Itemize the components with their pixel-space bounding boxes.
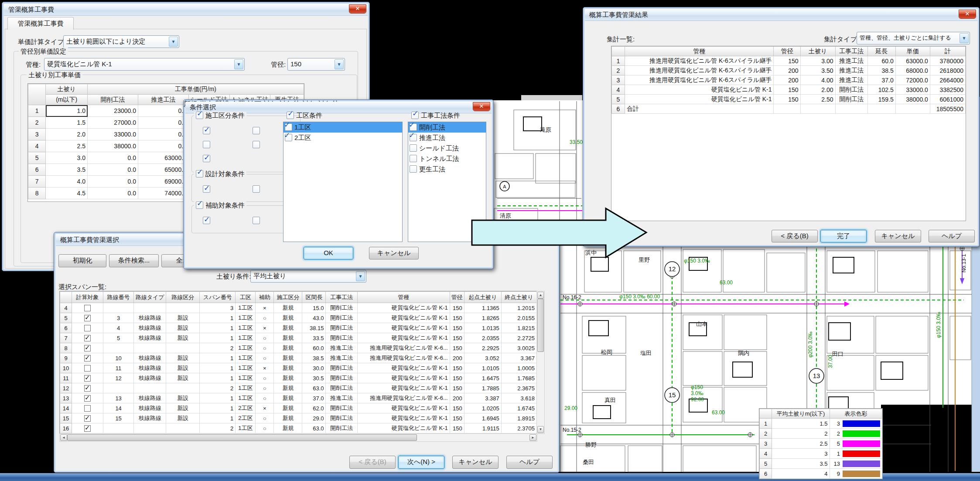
cell[interactable]: 新規 (274, 383, 302, 393)
cell[interactable]: 68000.0 (895, 66, 930, 75)
cell[interactable]: 3.052 (464, 353, 501, 363)
cell[interactable]: 推進工法 (326, 343, 357, 353)
cell[interactable]: 6061000 (930, 95, 965, 104)
cell[interactable]: 2.5 (46, 140, 88, 152)
column-header[interactable]: 路線番号 (103, 292, 134, 303)
cell[interactable] (103, 303, 134, 313)
calc-target-checkbox[interactable] (84, 365, 91, 372)
cell[interactable]: 開削工法 (326, 383, 357, 393)
cell[interactable]: 硬質塩化ビニル管 K-1 (625, 85, 774, 95)
calc-target-checkbox[interactable] (84, 335, 91, 341)
cell[interactable]: 12 (103, 373, 134, 383)
cell[interactable]: 2 (760, 429, 772, 439)
column-header[interactable] (60, 292, 72, 303)
method-group-checkbox[interactable] (411, 112, 419, 119)
cell[interactable]: 4 (772, 469, 830, 479)
cell[interactable] (134, 303, 166, 313)
cell[interactable]: 65000.0 (138, 164, 188, 176)
cell[interactable] (72, 363, 103, 373)
cell[interactable]: ○ (256, 333, 274, 343)
column-header[interactable]: 補助 (256, 292, 274, 303)
cell[interactable] (72, 383, 103, 393)
cell[interactable]: 硬質塩化ビニル管 K-1 (357, 403, 450, 413)
cell[interactable] (134, 343, 166, 353)
cell[interactable]: 1 (200, 323, 236, 333)
cell[interactable]: ○ (256, 383, 274, 393)
cell[interactable]: 33000.0 (88, 129, 138, 140)
cell[interactable]: 18505500 (930, 104, 965, 114)
cell[interactable]: 1.9115 (464, 423, 501, 433)
cell[interactable]: 2.5 (772, 439, 830, 449)
cell[interactable]: 3 (830, 419, 882, 429)
cell[interactable]: 30.0 (302, 363, 326, 373)
column-header[interactable]: 土被り (800, 47, 835, 56)
cell[interactable]: 新規 (274, 353, 302, 363)
back-button[interactable]: < 戻る(B) (772, 230, 818, 242)
column-header[interactable]: 管種 (357, 292, 450, 303)
cell[interactable]: 2 (772, 429, 830, 439)
calc-target-checkbox[interactable] (84, 315, 91, 321)
cell[interactable]: 新設 (166, 393, 200, 403)
cell[interactable]: 13 (60, 393, 72, 403)
cell[interactable] (72, 353, 103, 363)
cell[interactable]: 38000.0 (88, 140, 138, 152)
cell[interactable] (166, 383, 200, 393)
cell[interactable]: 6 (28, 164, 46, 176)
cell[interactable]: 2.50 (800, 95, 835, 104)
method-listbox[interactable]: 開削工法推進工法シールド工法トンネル工法更生工法 (408, 122, 486, 242)
cell[interactable]: 開削工法 (326, 423, 357, 433)
method-list-item[interactable]: 推進工法 (408, 133, 486, 143)
cell[interactable]: 2 (200, 383, 236, 393)
cell[interactable]: 新規 (274, 343, 302, 353)
cell[interactable]: ○ (256, 353, 274, 363)
cell[interactable]: 4 (60, 303, 72, 313)
cell[interactable]: 硬質塩化ビニル管 K-1 (357, 413, 450, 423)
cell[interactable]: 1工区 (236, 343, 256, 353)
subsidy-group-checkbox[interactable] (196, 201, 203, 209)
item-checkbox[interactable] (410, 155, 417, 162)
cell[interactable]: 5 (28, 152, 46, 164)
cell[interactable]: 5 (103, 333, 134, 343)
cell[interactable]: 枝線路線 (134, 313, 166, 323)
cell[interactable]: 2 (200, 343, 236, 353)
checkbox-remove[interactable] (253, 127, 260, 134)
cell[interactable] (134, 383, 166, 393)
checkbox-keep[interactable] (253, 141, 260, 148)
column-header[interactable]: 管種 (625, 47, 774, 56)
column-header[interactable]: スパン番号 (200, 292, 236, 303)
cell[interactable]: 102.5 (867, 85, 895, 95)
cell[interactable]: 2 (28, 117, 46, 129)
cell[interactable] (774, 104, 800, 114)
item-checkbox[interactable] (410, 134, 417, 141)
cell[interactable] (72, 303, 103, 313)
item-checkbox[interactable] (285, 123, 292, 131)
cell[interactable]: 150 (450, 373, 464, 383)
table-row[interactable]: 821工区○新規60.0推進工法推進用硬質塩化ビニル管 K-6...1502.2… (60, 343, 537, 353)
table-row[interactable]: 6合計18505500 (612, 104, 966, 114)
cell[interactable] (72, 403, 103, 413)
cell[interactable]: 60.0 (302, 343, 326, 353)
cell[interactable]: 3.00 (800, 56, 835, 66)
cell[interactable]: 150 (450, 303, 464, 313)
legend-row[interactable]: 11.53 (760, 419, 882, 429)
cell[interactable]: 推進工法 (835, 66, 867, 75)
cell[interactable]: 0.0 (138, 140, 188, 152)
cell[interactable]: 硬質塩化ビニル管 K-1 (357, 313, 450, 323)
cell[interactable]: 29.0 (302, 413, 326, 423)
cell[interactable]: 推進用硬質塩化ビニル管 K-6... (357, 393, 450, 403)
cell[interactable]: 15.0 (302, 303, 326, 313)
cell[interactable]: 推進工法 (835, 56, 867, 66)
cell[interactable]: 3.5 (772, 459, 830, 469)
cell[interactable]: 新設 (166, 413, 200, 423)
calc-target-checkbox[interactable] (84, 355, 91, 362)
cell[interactable]: 新設 (166, 353, 200, 363)
cell[interactable]: 1.5 (46, 117, 88, 129)
cell[interactable]: 1.2015 (501, 303, 536, 313)
table-row[interactable]: 1112枝線路線新設11工区○新規30.5開削工法硬質塩化ビニル管 K-1150… (60, 373, 537, 383)
cell[interactable]: 3.618 (501, 393, 536, 403)
cell[interactable]: 74000.0 (138, 188, 188, 199)
cell[interactable]: 150 (450, 363, 464, 373)
cell[interactable]: 新規 (274, 313, 302, 323)
cell[interactable]: × (256, 323, 274, 333)
cell[interactable]: 2.00 (800, 85, 835, 95)
